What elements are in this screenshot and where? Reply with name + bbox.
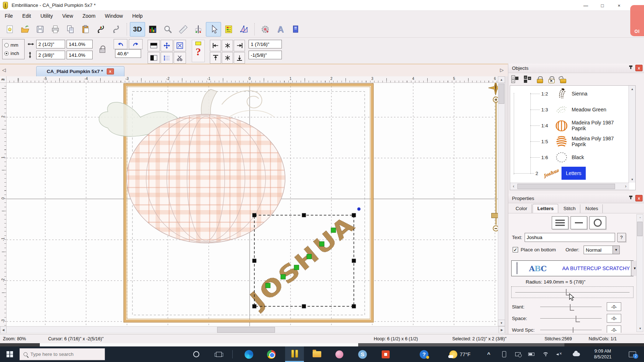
object-row-letters[interactable]: 2 Joshua Letters xyxy=(510,165,630,181)
object-row-paprika-2[interactable]: 1:5 Madeira Poly 1987 Paprik xyxy=(510,133,630,149)
letters-tool-button[interactable]: A xyxy=(273,22,288,37)
multiline-layout-button[interactable] xyxy=(552,216,568,229)
maximize-button[interactable]: □ xyxy=(594,0,611,11)
pos-x-field[interactable] xyxy=(249,40,282,48)
measure-ruler-button[interactable] xyxy=(175,22,191,37)
align-right-button[interactable] xyxy=(234,40,245,51)
color-chart-button[interactable] xyxy=(145,22,160,37)
menu-help[interactable]: Help xyxy=(128,12,148,20)
tab-scroll-right-icon[interactable]: ▷ xyxy=(500,67,504,73)
align-top-button[interactable] xyxy=(210,52,221,64)
dropdown-arrow-icon[interactable]: ▼ xyxy=(613,246,619,254)
save-button[interactable] xyxy=(33,22,48,37)
panel-splitter[interactable] xyxy=(505,76,508,334)
radius-slider-handle[interactable] xyxy=(566,289,567,295)
menu-edit[interactable]: Edit xyxy=(18,12,36,20)
menu-utility[interactable]: Utility xyxy=(36,12,58,20)
object-row-paprika-1[interactable]: 1:4 Madeira Poly 1987 Paprik xyxy=(510,118,630,133)
tab-stitch[interactable]: Stitch xyxy=(559,204,580,213)
zoom-tool-button[interactable] xyxy=(160,22,175,37)
pos-y-field[interactable] xyxy=(249,51,282,59)
baste-needle-button[interactable] xyxy=(191,22,206,37)
display-sync-tray-button[interactable] xyxy=(512,346,524,362)
wifi-tray-button[interactable] xyxy=(540,346,551,362)
slant-slider-handle[interactable] xyxy=(570,304,571,311)
align-bottom-button[interactable] xyxy=(234,52,245,64)
merge-design-button[interactable] xyxy=(288,22,303,37)
help-app-button[interactable]: ? xyxy=(416,346,432,362)
new-document-button[interactable] xyxy=(2,22,17,37)
menu-window[interactable]: Window xyxy=(100,12,128,20)
red-app-button[interactable] xyxy=(378,346,394,362)
height-percent-field[interactable] xyxy=(67,51,93,59)
horizontal-scroll-thumb[interactable] xyxy=(217,327,275,333)
word-space-slider-handle[interactable] xyxy=(573,327,573,333)
pin-icon[interactable] xyxy=(627,195,634,201)
single-line-layout-button[interactable] xyxy=(571,216,587,229)
zoom-slider-track[interactable] xyxy=(495,102,497,225)
start-button[interactable] xyxy=(0,346,20,362)
menu-file[interactable]: File xyxy=(0,12,18,20)
rotate-button[interactable] xyxy=(109,22,124,37)
onedrive-tray-button[interactable] xyxy=(570,346,582,362)
stitch-preview-button[interactable] xyxy=(236,22,251,37)
notification-center-button[interactable]: 2 xyxy=(624,346,640,362)
objects-close-icon[interactable]: x xyxy=(635,65,643,71)
zoom-slider-handle[interactable] xyxy=(491,213,498,218)
task-view-button[interactable] xyxy=(212,346,226,362)
scroll-right-icon[interactable]: ▶ xyxy=(499,326,505,333)
menu-zoom[interactable]: Zoom xyxy=(78,12,100,20)
unit-inch-radio[interactable]: inch xyxy=(4,51,22,56)
document-tab[interactable]: CA_Plaid Pumpkin 5x7 * x xyxy=(36,66,124,76)
scroll-left-icon[interactable]: ‹ xyxy=(510,183,517,189)
align-vcenter-button[interactable] xyxy=(222,52,233,64)
stitch-order-button[interactable] xyxy=(161,52,173,64)
edge-button[interactable] xyxy=(241,346,257,362)
objects-horizontal-scrollbar[interactable]: ‹ › xyxy=(510,183,629,190)
zoom-in-icon[interactable] xyxy=(493,97,498,103)
collapse-all-icon[interactable] xyxy=(524,75,532,83)
copy-button[interactable] xyxy=(63,22,78,37)
pin-icon[interactable] xyxy=(627,65,634,71)
flip-horizontal-button[interactable] xyxy=(93,22,109,37)
letters-text-input[interactable] xyxy=(525,233,615,242)
properties-close-icon[interactable]: x xyxy=(635,195,643,201)
stitch-doctor-button[interactable]: ? xyxy=(192,40,205,62)
menu-view[interactable]: View xyxy=(58,12,78,20)
font-selector[interactable]: ABC AA BUTTERCUP SCRATCHY F ▼ xyxy=(511,260,634,276)
align-left-button[interactable] xyxy=(210,40,221,51)
cortana-button[interactable] xyxy=(189,346,203,362)
object-row-black[interactable]: 1:6 Black xyxy=(510,149,630,165)
minimize-button[interactable]: — xyxy=(577,0,594,11)
tab-notes[interactable]: Notes xyxy=(581,204,603,213)
circle-layout-button[interactable] xyxy=(589,216,606,229)
space-value[interactable]: -0- xyxy=(607,314,621,323)
unit-mm-radio[interactable]: mm xyxy=(4,42,22,48)
vertical-scroll-thumb[interactable] xyxy=(637,222,643,236)
tab-scroll-left-icon[interactable]: ◁ xyxy=(2,67,6,73)
weather-widget[interactable]: 77°F xyxy=(444,346,475,362)
radius-slider[interactable] xyxy=(511,286,634,298)
width-field[interactable] xyxy=(36,40,65,48)
canvas-vertical-scrollbar[interactable] xyxy=(498,76,505,326)
taskbar-clock[interactable]: 9:09 AM 8/5/2021 xyxy=(586,346,619,362)
scroll-up-icon[interactable]: ▲ xyxy=(498,76,505,83)
object-row-sienna[interactable]: 1:2 Sienna xyxy=(510,86,630,102)
scroll-down-icon[interactable]: ▼ xyxy=(498,320,505,326)
chrome-button[interactable] xyxy=(263,346,279,362)
objects-vertical-scrollbar[interactable]: ▲ ▼ xyxy=(628,86,635,183)
lock-icon[interactable] xyxy=(536,75,544,83)
s-app-button[interactable]: S xyxy=(355,346,370,362)
design-canvas[interactable]: JOSHUA xyxy=(7,83,498,326)
tab-letters[interactable]: Letters xyxy=(533,204,558,213)
text-help-button[interactable]: ? xyxy=(617,233,626,242)
scroll-left-icon[interactable]: ◀ xyxy=(0,326,7,333)
properties-vertical-scrollbar[interactable]: ^ ▼ xyxy=(636,214,643,332)
expand-all-icon[interactable] xyxy=(511,75,520,83)
order-select[interactable]: Normal ▼ xyxy=(584,246,620,254)
trim-scissors-button[interactable] xyxy=(174,52,186,64)
scroll-right-icon[interactable]: › xyxy=(622,183,629,189)
tray-expand-button[interactable]: ^ xyxy=(483,346,494,362)
unlock-icon[interactable] xyxy=(559,75,567,83)
vertical-scroll-thumb[interactable] xyxy=(499,84,504,104)
